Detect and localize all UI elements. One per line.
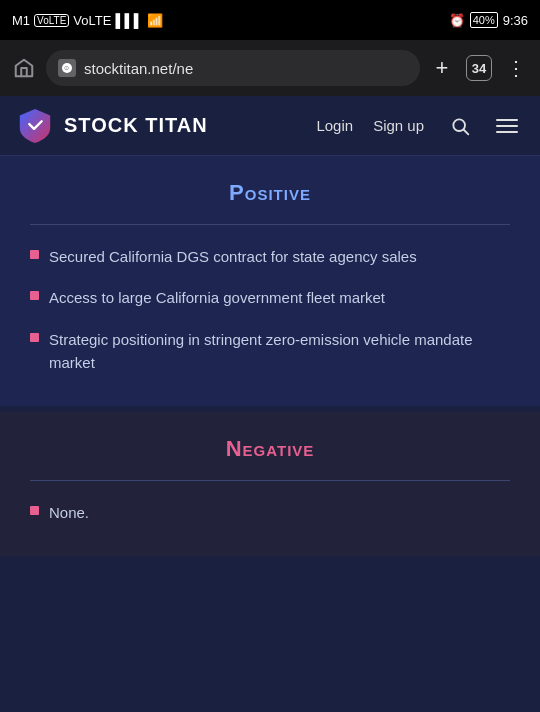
main-content: Positive Secured California DGS contract… bbox=[0, 156, 540, 712]
wifi-icon: 📶 bbox=[147, 13, 163, 28]
search-button[interactable] bbox=[444, 110, 476, 142]
positive-item-3: Strategic positioning in stringent zero-… bbox=[49, 328, 510, 375]
nav-links: Login Sign up bbox=[316, 110, 524, 142]
signal-icon: ▌▌▌ bbox=[115, 13, 143, 28]
logo-text: STOCK TITAN bbox=[64, 114, 208, 137]
nav-bar: STOCK TITAN Login Sign up bbox=[0, 96, 540, 156]
home-icon[interactable] bbox=[10, 54, 38, 82]
signup-link[interactable]: Sign up bbox=[373, 117, 424, 134]
battery-indicator: 40% bbox=[470, 12, 498, 28]
url-bar[interactable]: ⊙ stocktitan.net/ne bbox=[46, 50, 420, 86]
list-item: None. bbox=[30, 501, 510, 524]
url-security-icon: ⊙ bbox=[58, 59, 76, 77]
logo-icon bbox=[16, 107, 54, 145]
hamburger-menu[interactable] bbox=[496, 112, 524, 140]
svg-line-3 bbox=[464, 129, 469, 134]
bullet-icon bbox=[30, 506, 39, 515]
positive-item-1: Secured California DGS contract for stat… bbox=[49, 245, 417, 268]
positive-list: Secured California DGS contract for stat… bbox=[30, 245, 510, 374]
bullet-icon bbox=[30, 291, 39, 300]
url-text: stocktitan.net/ne bbox=[84, 60, 193, 77]
negative-divider bbox=[30, 480, 510, 481]
svg-text:⊙: ⊙ bbox=[64, 65, 69, 71]
status-left: M1 VoLTE VoLTE ▌▌▌ 📶 bbox=[12, 13, 163, 28]
positive-title: Positive bbox=[30, 180, 510, 206]
negative-list: None. bbox=[30, 501, 510, 524]
bullet-icon bbox=[30, 250, 39, 259]
browser-menu-button[interactable]: ⋮ bbox=[502, 54, 530, 82]
negative-section: Negative None. bbox=[0, 412, 540, 556]
list-item: Strategic positioning in stringent zero-… bbox=[30, 328, 510, 375]
positive-item-2: Access to large California government fl… bbox=[49, 286, 385, 309]
negative-title: Negative bbox=[30, 436, 510, 462]
positive-section: Positive Secured California DGS contract… bbox=[0, 156, 540, 406]
login-link[interactable]: Login bbox=[316, 117, 353, 134]
network-type: VoLTE bbox=[73, 13, 111, 28]
logo-container[interactable]: STOCK TITAN bbox=[16, 107, 208, 145]
time-label: 9:36 bbox=[503, 13, 528, 28]
bullet-icon bbox=[30, 333, 39, 342]
tab-count-button[interactable]: 34 bbox=[466, 55, 492, 81]
positive-divider bbox=[30, 224, 510, 225]
browser-chrome: ⊙ stocktitan.net/ne + 34 ⋮ bbox=[0, 40, 540, 96]
negative-item-1: None. bbox=[49, 501, 89, 524]
list-item: Secured California DGS contract for stat… bbox=[30, 245, 510, 268]
status-bar: M1 VoLTE VoLTE ▌▌▌ 📶 ⏰ 40% 9:36 bbox=[0, 0, 540, 40]
new-tab-button[interactable]: + bbox=[428, 54, 456, 82]
list-item: Access to large California government fl… bbox=[30, 286, 510, 309]
alarm-icon: ⏰ bbox=[449, 13, 465, 28]
browser-actions: + 34 ⋮ bbox=[428, 54, 530, 82]
carrier-label: M1 bbox=[12, 13, 30, 28]
volte-label: VoLTE bbox=[34, 14, 69, 27]
status-right: ⏰ 40% 9:36 bbox=[449, 12, 528, 28]
